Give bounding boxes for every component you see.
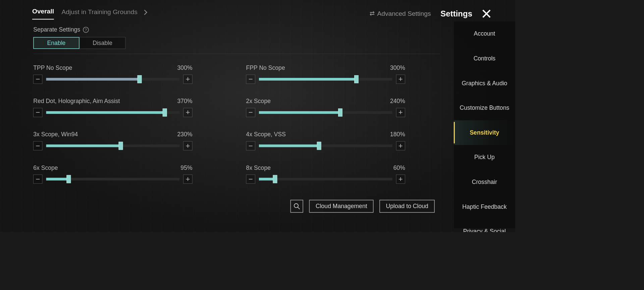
slider-label: Red Dot, Holographic, Aim Assist <box>33 98 120 105</box>
sidebar-item[interactable]: Graphics & Audio <box>454 71 515 96</box>
settings-sidebar: AccountControlsGraphics & AudioCustomize… <box>453 21 515 228</box>
slider-label: 2x Scope <box>246 98 271 105</box>
close-icon[interactable] <box>482 9 491 18</box>
sidebar-item[interactable]: Controls <box>454 46 515 71</box>
disable-button[interactable]: Disable <box>79 37 126 49</box>
slider-block: Red Dot, Holographic, Aim Assist 370% − … <box>33 98 192 117</box>
plus-button[interactable]: + <box>396 108 405 117</box>
slider-block: 6x Scope 95% − + <box>33 164 192 184</box>
search-icon <box>293 203 301 210</box>
slider-value: 230% <box>177 131 193 138</box>
tab-training-grounds[interactable]: Adjust in Training Grounds <box>62 8 138 19</box>
search-button[interactable] <box>290 200 303 212</box>
advanced-settings-link[interactable]: ⇄ Advanced Settings <box>370 10 431 17</box>
slider-block: 2x Scope 240% − + <box>246 98 405 117</box>
slider-thumb[interactable] <box>338 108 342 116</box>
slider-thumb[interactable] <box>163 108 167 116</box>
slider-value: 370% <box>177 98 193 105</box>
minus-button[interactable]: − <box>246 141 255 150</box>
sidebar-item[interactable]: Crosshair <box>454 170 515 195</box>
plus-button[interactable]: + <box>396 75 405 84</box>
sidebar-item[interactable]: Sensitivity <box>454 120 515 145</box>
plus-button[interactable]: + <box>183 75 192 84</box>
slider-fill <box>259 144 319 147</box>
sidebar-item[interactable]: Haptic Feedback <box>454 194 515 219</box>
slider-thumb[interactable] <box>354 75 359 83</box>
slider-thumb[interactable] <box>273 175 277 183</box>
plus-button[interactable]: + <box>183 175 192 184</box>
slider-block: TPP No Scope 300% − + <box>33 64 192 84</box>
upload-to-cloud-button[interactable]: Upload to Cloud <box>379 200 435 212</box>
advanced-settings-label: Advanced Settings <box>377 10 431 17</box>
minus-button[interactable]: − <box>246 108 255 117</box>
slider-block: 8x Scope 60% − + <box>246 164 405 184</box>
slider-label: FPP No Scope <box>246 64 285 71</box>
slider-fill <box>46 178 69 181</box>
plus-button[interactable]: + <box>183 141 192 150</box>
enable-button[interactable]: Enable <box>33 37 79 49</box>
sidebar-item[interactable]: Pick Up <box>454 145 515 170</box>
tab-overall[interactable]: Overall <box>32 7 54 19</box>
slider-label: 4x Scope, VSS <box>246 131 286 138</box>
slider-value: 180% <box>390 131 405 138</box>
slider-value: 240% <box>390 98 405 105</box>
slider-fill <box>259 111 340 114</box>
divider <box>33 54 440 54</box>
sidebar-item[interactable]: Privacy & Social <box>454 219 515 232</box>
slider-track[interactable] <box>259 144 392 147</box>
sidebar-item[interactable]: Account <box>454 21 515 46</box>
slider-fill <box>259 78 356 81</box>
slider-label: 6x Scope <box>33 164 58 172</box>
slider-label: 3x Scope, Win94 <box>33 131 78 138</box>
slider-fill <box>46 111 165 114</box>
minus-button[interactable]: − <box>33 141 42 150</box>
minus-button[interactable]: − <box>246 175 255 184</box>
plus-button[interactable]: + <box>396 141 405 150</box>
slider-value: 300% <box>390 64 405 71</box>
minus-button[interactable]: − <box>246 75 255 84</box>
slider-block: 4x Scope, VSS 180% − + <box>246 131 405 150</box>
slider-value: 60% <box>393 164 405 172</box>
slider-track[interactable] <box>259 111 392 114</box>
sidebar-item[interactable]: Customize Buttons <box>454 96 515 120</box>
slider-fill <box>46 78 140 81</box>
main-panel: Separate Settings ? Enable Disable TPP N… <box>27 21 448 218</box>
settings-title: Settings <box>440 9 472 18</box>
slider-thumb[interactable] <box>317 142 321 150</box>
top-bar: Overall Adjust in Training Grounds ⇄ Adv… <box>32 7 491 19</box>
slider-block: 3x Scope, Win94 230% − + <box>33 131 192 150</box>
slider-track[interactable] <box>46 178 180 181</box>
minus-button[interactable]: − <box>33 75 42 84</box>
svg-point-0 <box>294 204 298 208</box>
svg-line-1 <box>298 207 300 209</box>
slider-track[interactable] <box>46 144 180 147</box>
slider-value: 300% <box>177 64 193 71</box>
swap-icon: ⇄ <box>370 10 374 17</box>
slider-thumb[interactable] <box>138 75 142 83</box>
help-icon[interactable]: ? <box>83 27 89 33</box>
slider-label: TPP No Scope <box>33 64 72 71</box>
chevron-right-icon <box>142 9 147 15</box>
separate-settings-label: Separate Settings <box>33 26 80 33</box>
minus-button[interactable]: − <box>33 108 42 117</box>
plus-button[interactable]: + <box>396 175 405 184</box>
slider-value: 95% <box>180 164 192 172</box>
slider-fill <box>46 144 121 147</box>
slider-thumb[interactable] <box>119 142 123 150</box>
slider-track[interactable] <box>46 78 180 81</box>
separate-settings-toggle: Enable Disable <box>33 37 443 49</box>
slider-track[interactable] <box>46 111 180 114</box>
cloud-management-button[interactable]: Cloud Management <box>309 200 374 212</box>
minus-button[interactable]: − <box>33 175 42 184</box>
slider-label: 8x Scope <box>246 164 271 172</box>
plus-button[interactable]: + <box>183 108 192 117</box>
slider-track[interactable] <box>259 178 392 181</box>
slider-thumb[interactable] <box>67 175 71 183</box>
slider-track[interactable] <box>259 78 392 81</box>
slider-block: FPP No Scope 300% − + <box>246 64 405 84</box>
